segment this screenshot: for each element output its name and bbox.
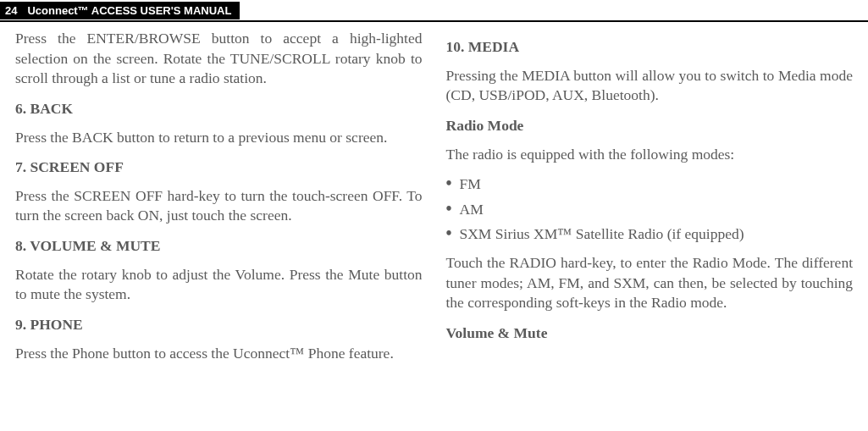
- body-text: Press the SCREEN OFF hard-key to turn th…: [15, 186, 423, 226]
- body-text: Touch the RADIO hard-key, to enter the R…: [446, 253, 854, 313]
- body-text: The radio is equipped with the following…: [446, 145, 854, 165]
- body-text: Pressing the MEDIA button will allow you…: [446, 66, 854, 106]
- bullet-icon: •: [446, 224, 460, 245]
- section-heading-media: 10. MEDIA: [446, 37, 854, 58]
- manual-title: Uconnect™ ACCESS USER'S MANUAL: [24, 2, 240, 19]
- section-heading-screen-off: 7. SCREEN OFF: [15, 157, 423, 178]
- bullet-text: SXM Sirius XM™ Satellite Radio (if equip…: [460, 224, 854, 245]
- list-item: • SXM Sirius XM™ Satellite Radio (if equ…: [446, 224, 854, 245]
- content-columns: Press the ENTER/BROWSE button to accept …: [0, 22, 868, 382]
- body-text: Press the ENTER/BROWSE button to accept …: [15, 29, 423, 89]
- body-text: Press the Phone button to access the Uco…: [15, 344, 423, 364]
- section-heading-back: 6. BACK: [15, 99, 423, 119]
- body-text: Rotate the rotary knob to adjust the Vol…: [15, 265, 423, 305]
- list-item: • FM: [446, 174, 854, 195]
- manual-page: 24 Uconnect™ ACCESS USER'S MANUAL Press …: [0, 0, 868, 431]
- section-heading-volume-mute: 8. VOLUME & MUTE: [15, 236, 423, 257]
- bullet-text: FM: [460, 174, 854, 195]
- bullet-icon: •: [446, 200, 460, 220]
- header-bar: 24 Uconnect™ ACCESS USER'S MANUAL: [0, 0, 868, 20]
- section-heading-phone: 9. PHONE: [15, 315, 423, 335]
- body-text: Press the BACK button to return to a pre…: [15, 128, 423, 148]
- page-number: 24: [0, 2, 24, 19]
- right-column: 10. MEDIA Pressing the MEDIA button will…: [446, 29, 854, 373]
- section-heading-volume-mute-2: Volume & Mute: [446, 323, 854, 344]
- left-column: Press the ENTER/BROWSE button to accept …: [15, 29, 423, 373]
- list-item: • AM: [446, 200, 854, 220]
- section-heading-radio-mode: Radio Mode: [446, 116, 854, 136]
- bullet-text: AM: [460, 200, 854, 220]
- bullet-icon: •: [446, 174, 460, 195]
